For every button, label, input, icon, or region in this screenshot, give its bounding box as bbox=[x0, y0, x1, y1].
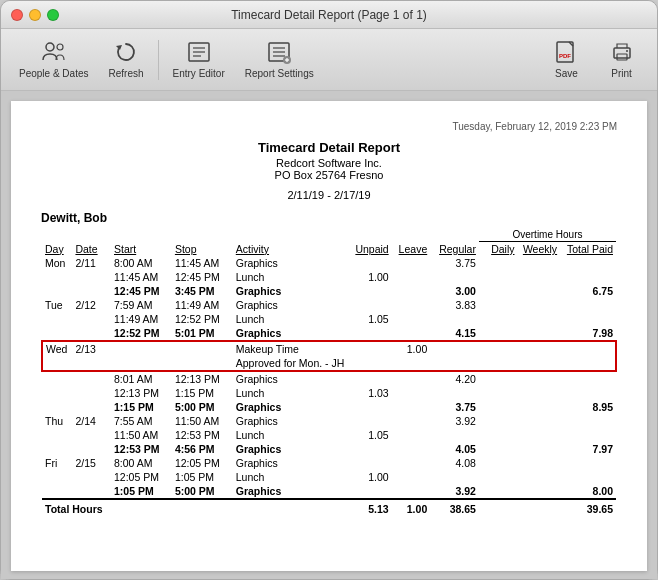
cell-activity: Graphics bbox=[233, 284, 349, 298]
cell-weekly bbox=[517, 386, 560, 400]
minimize-button[interactable] bbox=[29, 9, 41, 21]
cell-regular: 3.75 bbox=[430, 256, 479, 270]
cell-stop: 5:01 PM bbox=[172, 326, 233, 341]
table-row: Wed2/13Makeup Time1.00 bbox=[42, 341, 616, 356]
print-icon bbox=[608, 40, 636, 64]
table-row: 12:45 PM3:45 PMGraphics3.006.75 bbox=[42, 284, 616, 298]
cell-totalpaid bbox=[560, 270, 616, 284]
save-button[interactable]: PDF Save bbox=[539, 36, 594, 83]
report-title: Timecard Detail Report bbox=[41, 140, 617, 155]
cell-stop: 12:53 PM bbox=[172, 428, 233, 442]
cell-weekly bbox=[517, 414, 560, 428]
report-body: Mon2/118:00 AM11:45 AMGraphics3.7511:45 … bbox=[42, 256, 616, 516]
cell-weekly bbox=[517, 400, 560, 414]
cell-activity: Graphics bbox=[233, 326, 349, 341]
svg-point-1 bbox=[57, 44, 63, 50]
table-row: 12:52 PM5:01 PMGraphics4.157.98 bbox=[42, 326, 616, 341]
cell-leave bbox=[392, 428, 431, 442]
table-row: Thu2/147:55 AM11:50 AMGraphics3.92 bbox=[42, 414, 616, 428]
table-row: 12:13 PM1:15 PMLunch1.03 bbox=[42, 386, 616, 400]
cell-weekly bbox=[517, 341, 560, 356]
cell-start bbox=[111, 341, 172, 356]
header-weekly: Weekly bbox=[517, 242, 560, 257]
cell-regular bbox=[430, 386, 479, 400]
cell-regular: 3.75 bbox=[430, 400, 479, 414]
cell-totalpaid bbox=[560, 298, 616, 312]
cell-unpaid bbox=[349, 484, 392, 499]
overtime-header-row: Overtime Hours bbox=[42, 229, 616, 242]
close-button[interactable] bbox=[11, 9, 23, 21]
cell-daily bbox=[479, 456, 518, 470]
total-label: Total Hours bbox=[42, 499, 349, 516]
cell-date bbox=[72, 371, 111, 386]
cell-totalpaid: 8.00 bbox=[560, 484, 616, 499]
cell-activity: Graphics bbox=[233, 456, 349, 470]
cell-totalpaid bbox=[560, 414, 616, 428]
report-timestamp: Tuesday, February 12, 2019 2:23 PM bbox=[41, 121, 617, 132]
report-company: Redcort Software Inc. bbox=[41, 157, 617, 169]
cell-weekly bbox=[517, 371, 560, 386]
report-settings-button[interactable]: Report Settings bbox=[235, 36, 324, 83]
cell-leave bbox=[392, 442, 431, 456]
content-area: Tuesday, February 12, 2019 2:23 PM Timec… bbox=[1, 91, 657, 579]
cell-weekly bbox=[517, 312, 560, 326]
cell-activity: Makeup Time bbox=[233, 341, 349, 356]
cell-regular bbox=[430, 428, 479, 442]
table-row: 11:49 AM12:52 PMLunch1.05 bbox=[42, 312, 616, 326]
cell-unpaid bbox=[349, 356, 392, 371]
entry-editor-button[interactable]: Entry Editor bbox=[163, 36, 235, 83]
cell-leave bbox=[392, 484, 431, 499]
header-regular: Regular bbox=[430, 242, 479, 257]
cell-date bbox=[72, 270, 111, 284]
cell-totalpaid: 7.97 bbox=[560, 442, 616, 456]
cell-stop bbox=[172, 356, 233, 371]
cell-weekly bbox=[517, 428, 560, 442]
cell-totalpaid bbox=[560, 428, 616, 442]
cell-start: 8:00 AM bbox=[111, 456, 172, 470]
cell-leave bbox=[392, 356, 431, 371]
total-leave: 1.00 bbox=[392, 499, 431, 516]
cell-stop bbox=[172, 341, 233, 356]
cell-stop: 12:45 PM bbox=[172, 270, 233, 284]
cell-unpaid bbox=[349, 456, 392, 470]
table-row: 12:53 PM4:56 PMGraphics4.057.97 bbox=[42, 442, 616, 456]
refresh-label: Refresh bbox=[109, 68, 144, 79]
header-activity: Activity bbox=[233, 242, 349, 257]
cell-leave bbox=[392, 298, 431, 312]
cell-date bbox=[72, 484, 111, 499]
cell-totalpaid bbox=[560, 312, 616, 326]
report-settings-icon bbox=[265, 40, 293, 64]
cell-weekly bbox=[517, 442, 560, 456]
print-button[interactable]: Print bbox=[594, 36, 649, 83]
cell-weekly bbox=[517, 256, 560, 270]
cell-day: Tue bbox=[42, 298, 72, 312]
cell-leave bbox=[392, 470, 431, 484]
table-row: 8:01 AM12:13 PMGraphics4.20 bbox=[42, 371, 616, 386]
cell-date: 2/12 bbox=[72, 298, 111, 312]
toolbar-sep-1 bbox=[158, 40, 159, 80]
cell-start: 11:50 AM bbox=[111, 428, 172, 442]
total-totalpaid: 39.65 bbox=[560, 499, 616, 516]
cell-start: 12:53 PM bbox=[111, 442, 172, 456]
cell-leave bbox=[392, 256, 431, 270]
refresh-button[interactable]: Refresh bbox=[99, 36, 154, 83]
cell-daily bbox=[479, 326, 518, 341]
cell-totalpaid: 7.98 bbox=[560, 326, 616, 341]
zoom-button[interactable] bbox=[47, 9, 59, 21]
people-dates-button[interactable]: People & Dates bbox=[9, 36, 99, 83]
cell-daily bbox=[479, 414, 518, 428]
report-settings-label: Report Settings bbox=[245, 68, 314, 79]
cell-totalpaid bbox=[560, 356, 616, 371]
cell-leave bbox=[392, 414, 431, 428]
cell-day bbox=[42, 312, 72, 326]
app-window: Timecard Detail Report (Page 1 of 1) Peo… bbox=[0, 0, 658, 580]
cell-unpaid: 1.05 bbox=[349, 428, 392, 442]
cell-activity: Graphics bbox=[233, 484, 349, 499]
cell-date bbox=[72, 312, 111, 326]
total-unpaid: 5.13 bbox=[349, 499, 392, 516]
cell-unpaid: 1.00 bbox=[349, 470, 392, 484]
entry-editor-label: Entry Editor bbox=[173, 68, 225, 79]
cell-unpaid bbox=[349, 371, 392, 386]
cell-date bbox=[72, 386, 111, 400]
cell-day bbox=[42, 442, 72, 456]
